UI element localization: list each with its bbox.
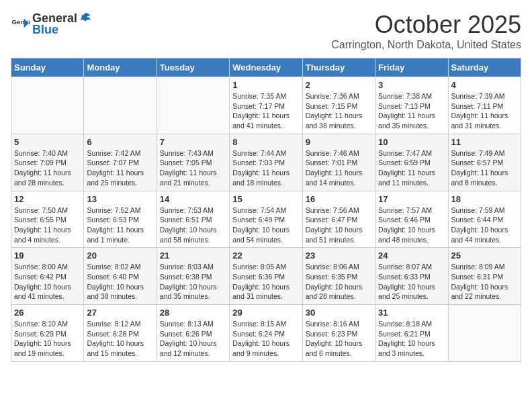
day-number: 11 [451,137,518,147]
calendar-cell [448,305,521,362]
calendar-cell: 21Sunrise: 8:03 AMSunset: 6:38 PMDayligh… [157,248,229,305]
calendar-cell: 23Sunrise: 8:06 AMSunset: 6:35 PMDayligh… [302,248,375,305]
weekday-header: Wednesday [230,58,302,77]
calendar-cell: 2Sunrise: 7:36 AMSunset: 7:15 PMDaylight… [302,77,375,134]
day-info: Sunrise: 7:46 AMSunset: 7:01 PMDaylight:… [306,148,372,188]
calendar-cell: 17Sunrise: 7:57 AMSunset: 6:46 PMDayligh… [375,191,448,248]
day-number: 19 [14,250,81,261]
day-number: 18 [451,194,518,204]
weekday-header: Tuesday [157,58,229,77]
day-number: 16 [306,194,372,204]
calendar-week-row: 1Sunrise: 7:35 AMSunset: 7:17 PMDaylight… [11,77,521,134]
day-info: Sunrise: 7:49 AMSunset: 6:57 PMDaylight:… [451,148,518,188]
calendar-cell: 7Sunrise: 7:43 AMSunset: 7:05 PMDaylight… [157,134,229,191]
calendar-cell: 25Sunrise: 8:09 AMSunset: 6:31 PMDayligh… [448,248,521,305]
day-number: 29 [232,308,299,318]
day-number: 9 [306,137,372,147]
day-number: 30 [306,308,372,318]
calendar-header-row: SundayMondayTuesdayWednesdayThursdayFrid… [11,58,521,77]
calendar-cell: 8Sunrise: 7:44 AMSunset: 7:03 PMDaylight… [230,134,302,191]
calendar-cell: 18Sunrise: 7:59 AMSunset: 6:44 PMDayligh… [448,191,521,248]
day-info: Sunrise: 7:40 AMSunset: 7:09 PMDaylight:… [14,148,81,188]
day-number: 5 [14,137,81,147]
calendar-cell: 3Sunrise: 7:38 AMSunset: 7:13 PMDaylight… [375,77,448,134]
day-info: Sunrise: 7:38 AMSunset: 7:13 PMDaylight:… [378,91,445,131]
weekday-header: Sunday [11,58,84,77]
calendar-cell: 10Sunrise: 7:47 AMSunset: 6:59 PMDayligh… [375,134,448,191]
day-info: Sunrise: 8:07 AMSunset: 6:33 PMDaylight:… [378,262,445,302]
day-info: Sunrise: 8:18 AMSunset: 6:21 PMDaylight:… [378,319,445,359]
day-info: Sunrise: 8:13 AMSunset: 6:26 PMDaylight:… [160,319,226,359]
logo-bird-icon [77,11,92,26]
day-info: Sunrise: 8:16 AMSunset: 6:23 PMDaylight:… [306,319,372,359]
calendar-cell: 4Sunrise: 7:39 AMSunset: 7:11 PMDaylight… [448,77,521,134]
calendar-table: SundayMondayTuesdayWednesdayThursdayFrid… [11,58,521,362]
day-info: Sunrise: 8:12 AMSunset: 6:28 PMDaylight:… [87,319,153,359]
day-info: Sunrise: 7:35 AMSunset: 7:17 PMDaylight:… [232,91,299,131]
day-number: 20 [87,250,153,261]
calendar-cell: 12Sunrise: 7:50 AMSunset: 6:55 PMDayligh… [11,191,84,248]
calendar-cell [84,77,157,134]
calendar-cell: 30Sunrise: 8:16 AMSunset: 6:23 PMDayligh… [302,305,375,362]
day-number: 26 [14,308,81,318]
page-header: General General Blue October 2025 Carrin… [11,11,521,51]
logo-icon: General [11,15,30,34]
day-info: Sunrise: 7:47 AMSunset: 6:59 PMDaylight:… [378,148,445,188]
day-number: 3 [378,80,445,90]
day-info: Sunrise: 8:02 AMSunset: 6:40 PMDaylight:… [87,262,153,302]
day-number: 22 [232,250,299,261]
day-info: Sunrise: 7:57 AMSunset: 6:46 PMDaylight:… [378,205,445,245]
calendar-cell: 6Sunrise: 7:42 AMSunset: 7:07 PMDaylight… [84,134,157,191]
day-info: Sunrise: 8:03 AMSunset: 6:38 PMDaylight:… [160,262,226,302]
day-number: 2 [306,80,372,90]
day-info: Sunrise: 7:54 AMSunset: 6:49 PMDaylight:… [232,205,299,245]
day-info: Sunrise: 7:53 AMSunset: 6:51 PMDaylight:… [160,205,226,245]
day-info: Sunrise: 7:50 AMSunset: 6:55 PMDaylight:… [14,205,81,245]
calendar-cell: 19Sunrise: 8:00 AMSunset: 6:42 PMDayligh… [11,248,84,305]
day-number: 25 [451,250,518,261]
day-info: Sunrise: 8:09 AMSunset: 6:31 PMDaylight:… [451,262,518,302]
day-info: Sunrise: 8:05 AMSunset: 6:36 PMDaylight:… [232,262,299,302]
day-number: 4 [451,80,518,90]
day-number: 10 [378,137,445,147]
day-number: 21 [160,250,226,261]
calendar-week-row: 19Sunrise: 8:00 AMSunset: 6:42 PMDayligh… [11,248,521,305]
day-number: 17 [378,194,445,204]
day-number: 28 [160,308,226,318]
day-info: Sunrise: 7:44 AMSunset: 7:03 PMDaylight:… [232,148,299,188]
day-info: Sunrise: 7:36 AMSunset: 7:15 PMDaylight:… [306,91,372,131]
logo: General General Blue [11,11,92,37]
calendar-cell: 20Sunrise: 8:02 AMSunset: 6:40 PMDayligh… [84,248,157,305]
location-subtitle: Carrington, North Dakota, United States [331,39,521,51]
calendar-cell: 15Sunrise: 7:54 AMSunset: 6:49 PMDayligh… [230,191,302,248]
calendar-week-row: 5Sunrise: 7:40 AMSunset: 7:09 PMDaylight… [11,134,521,191]
day-info: Sunrise: 7:52 AMSunset: 6:53 PMDaylight:… [87,205,153,245]
day-number: 7 [160,137,226,147]
day-number: 23 [306,250,372,261]
day-number: 12 [14,194,81,204]
day-number: 27 [87,308,153,318]
calendar-cell: 24Sunrise: 8:07 AMSunset: 6:33 PMDayligh… [375,248,448,305]
day-info: Sunrise: 7:39 AMSunset: 7:11 PMDaylight:… [451,91,518,131]
calendar-cell: 14Sunrise: 7:53 AMSunset: 6:51 PMDayligh… [157,191,229,248]
month-title: October 2025 [331,11,521,39]
day-number: 8 [232,137,299,147]
day-number: 15 [232,194,299,204]
calendar-cell: 1Sunrise: 7:35 AMSunset: 7:17 PMDaylight… [230,77,302,134]
day-number: 1 [232,80,299,90]
day-number: 14 [160,194,226,204]
weekday-header: Friday [375,58,448,77]
day-number: 6 [87,137,153,147]
weekday-header: Saturday [448,58,521,77]
calendar-cell: 16Sunrise: 7:56 AMSunset: 6:47 PMDayligh… [302,191,375,248]
calendar-cell: 13Sunrise: 7:52 AMSunset: 6:53 PMDayligh… [84,191,157,248]
day-info: Sunrise: 8:15 AMSunset: 6:24 PMDaylight:… [232,319,299,359]
calendar-cell: 28Sunrise: 8:13 AMSunset: 6:26 PMDayligh… [157,305,229,362]
day-number: 31 [378,308,445,318]
calendar-cell: 11Sunrise: 7:49 AMSunset: 6:57 PMDayligh… [448,134,521,191]
weekday-header: Thursday [302,58,375,77]
calendar-cell [11,77,84,134]
weekday-header: Monday [84,58,157,77]
day-info: Sunrise: 7:42 AMSunset: 7:07 PMDaylight:… [87,148,153,188]
calendar-cell: 5Sunrise: 7:40 AMSunset: 7:09 PMDaylight… [11,134,84,191]
